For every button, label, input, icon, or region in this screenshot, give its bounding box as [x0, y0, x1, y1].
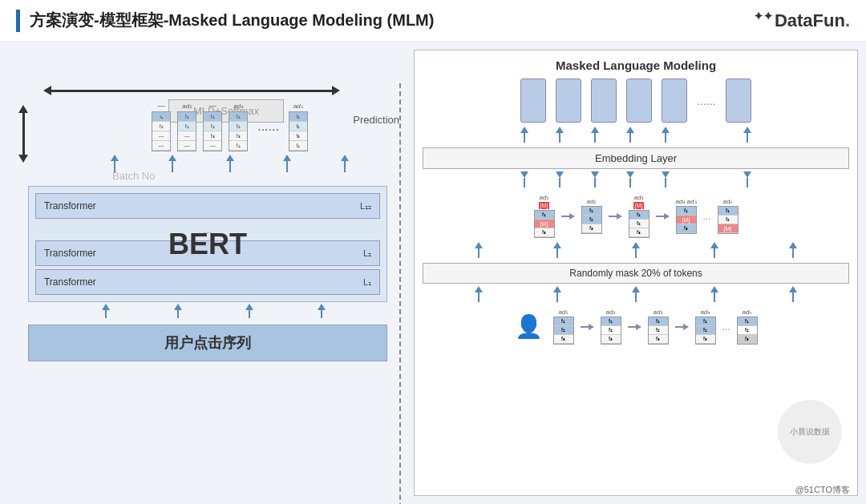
- bert-label: BERT: [168, 228, 247, 261]
- transformer-row-l1: Transformer L₁: [35, 269, 380, 295]
- layer-l12: L₁₂: [360, 201, 371, 212]
- mlm-output-vectors: ......: [423, 79, 849, 123]
- transformer-label-2: Transformer: [44, 248, 96, 259]
- logo-text: DataFun: [775, 10, 845, 30]
- batch-norm-text: Batch No: [112, 170, 155, 182]
- orig-token-2: ad₂ f₁ f₂ f₃: [601, 308, 621, 345]
- orig-token-1: ad₁ f₁ f₂ f₃: [553, 308, 574, 345]
- up-arrows-seq-to-bert: [70, 304, 358, 318]
- logo: ✦✦DataFun.: [754, 10, 850, 31]
- orig-token-3: ad₃ f₁ f₂ f₃: [648, 308, 669, 345]
- arr-1: [561, 213, 575, 220]
- random-mask-label: Randomly mask 20% of tokens: [569, 268, 702, 279]
- person-icon: 👤: [515, 313, 543, 340]
- embedding-layer-box: Embedding Layer: [423, 147, 849, 169]
- dots-masked: ...: [703, 211, 711, 222]
- mlm-down-arrows: [423, 171, 849, 187]
- orig-arr-3: [675, 324, 689, 330]
- masked-token-3: ad₃ [M] f₁ f₂ f₃: [629, 194, 650, 238]
- mlm-title: Masked Language Modeling: [423, 58, 849, 72]
- dots-original: ...: [722, 321, 730, 333]
- double-vertical-arrow: [22, 110, 25, 158]
- arr-2: [609, 213, 622, 220]
- bert-box: Transformer L₁₂ ... Transformer L₂ Trans…: [28, 186, 387, 302]
- transformer-label-3: Transformer: [44, 276, 96, 288]
- dots-1: ......: [257, 119, 279, 134]
- vector-2: ad₂ f₁ f₂ — —: [177, 103, 196, 151]
- bert-section: Transformer L₁₂ ... Transformer L₂ Trans…: [28, 186, 387, 302]
- mlm-out-1: [520, 79, 546, 123]
- layer-l2: L₂: [363, 248, 371, 259]
- header-accent: [16, 10, 20, 32]
- mlm-dots-1: ......: [697, 95, 715, 107]
- original-tokens-row: 👤 ad₁ f₁ f₂ f₃ ad₂ f₁ f₂ f₃: [423, 308, 849, 345]
- prediction-label: Prediction: [353, 114, 399, 126]
- transformer-label-1: Transformer: [44, 200, 96, 212]
- left-panel: MLP+Softmax Batch No Mean Pooling & — f₁: [8, 50, 407, 496]
- mlm-up-arrows-2: [423, 242, 849, 258]
- orig-token-4: ad₄ f₁ f₂ f₃: [695, 308, 716, 345]
- mlm-out-4: [626, 79, 652, 123]
- masked-tokens-row: ad₁ [M] f₁ [M] f₃ ad₂ f₁ f₂ f₃: [423, 194, 849, 238]
- layer-l1: L₁: [363, 277, 371, 288]
- vector-1: — f₁ f₂ — —: [152, 102, 171, 151]
- feature-vectors: — f₁ f₂ — — ad₂ f₁ f₂ — —: [152, 102, 308, 151]
- orig-token-n: adₙ f₁ f₂ f₃: [737, 308, 758, 345]
- random-mask-box: Randomly mask 20% of tokens: [423, 263, 849, 284]
- output-section: — f₁ f₂ — — ad₂ f₁ f₂ — —: [8, 78, 407, 151]
- masked-token-n: adₙ f₁ f₂ [M]: [718, 198, 739, 234]
- mlm-up-arrows-1: [423, 127, 849, 143]
- masked-token-2: ad₂ f₁ f₂ f₃: [581, 198, 602, 234]
- mlm-out-3: [591, 79, 617, 123]
- footer-attribution: @51CTO博客: [795, 484, 850, 496]
- mlm-out-5: [662, 79, 687, 123]
- header: 方案演变-模型框架-Masked Language Modeling (MLM)…: [0, 0, 866, 42]
- watermark-text: 小晨说数据: [790, 426, 830, 437]
- horizontal-arrow: [48, 90, 335, 92]
- main-content: MLP+Softmax Batch No Mean Pooling & — f₁: [0, 42, 866, 504]
- page-title: 方案演变-模型框架-Masked Language Modeling (MLM): [30, 10, 754, 31]
- embedding-label: Embedding Layer: [595, 152, 677, 164]
- orig-arr-1: [581, 324, 594, 330]
- mlm-up-arrows-3: [423, 286, 849, 302]
- orig-arr-2: [628, 324, 641, 330]
- vector-3: — f₁ f₂ f₃ —: [203, 102, 222, 151]
- watermark: 小晨说数据: [778, 400, 842, 464]
- vector-n: adₙ f₁ f₂ f₃ f₄: [289, 103, 308, 151]
- masked-token-1: ad₁ [M] f₁ [M] f₃: [534, 194, 555, 238]
- transformer-row-l12: Transformer L₁₂: [35, 193, 380, 219]
- vector-4: ad₄ f₁ f₂ f₃ f₄: [229, 103, 248, 151]
- arr-3: [656, 213, 670, 220]
- masked-token-4: ad₄ ad₅ f₁ [M] f₃: [676, 198, 697, 234]
- user-sequence-bar: 用户点击序列: [28, 325, 387, 361]
- mlm-out-2: [556, 79, 581, 123]
- mlm-out-n: [726, 79, 751, 123]
